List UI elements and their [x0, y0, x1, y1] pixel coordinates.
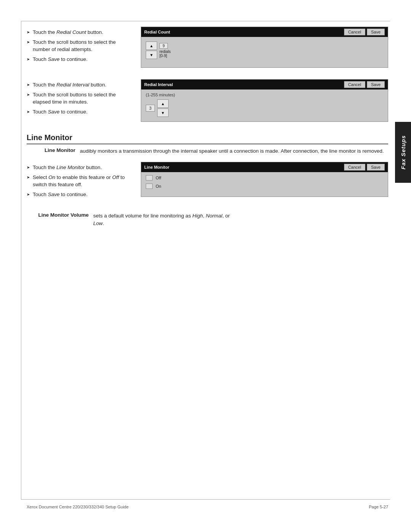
redial-count-section: Touch the Redial Count button. Touch the…	[27, 27, 388, 68]
line-monitor-cancel-button[interactable]: Cancel	[344, 164, 365, 171]
line-monitor-panel-wrapper: Line Monitor Cancel Save Off	[141, 162, 388, 197]
footer-right: Page 5-27	[369, 505, 388, 509]
redial-interval-sub: (1-255 minutes)	[146, 93, 383, 97]
redial-count-save-button[interactable]: Save	[367, 29, 385, 35]
redial-interval-arrows: ▲ ▼	[157, 99, 169, 117]
redial-interval-body: (1-255 minutes) 3 ▲ ▼	[141, 89, 388, 121]
redial-count-range: [0-9]	[159, 54, 170, 58]
redial-interval-save-button[interactable]: Save	[367, 81, 385, 88]
redial-count-title: Redial Count	[144, 30, 170, 34]
line-monitor-desc-label: Line Monitor	[27, 147, 80, 155]
redial-interval-up-button[interactable]: ▲	[157, 99, 169, 108]
redial-count-panel-wrapper: Redial Count Cancel Save ▲ ▼ 9	[141, 27, 388, 68]
redial-count-down-button[interactable]: ▼	[146, 51, 157, 59]
bullet-redial-interval-3: Touch Save to continue.	[27, 108, 133, 116]
line-monitor-off-option[interactable]: Off	[146, 175, 383, 181]
line-monitor-bullets: Touch the Line Monitor button. Select On…	[27, 162, 141, 200]
bullet-line-monitor-3: Touch Save to continue.	[27, 191, 133, 198]
redial-count-arrows: ▲ ▼	[146, 42, 157, 59]
footer: Xerox Document Centre 220/230/332/340 Se…	[27, 505, 388, 509]
fax-setups-label: Fax Setups	[400, 135, 406, 169]
line-monitor-description-row: Line Monitor audibly monitors a transmis…	[27, 147, 388, 155]
line-monitor-save-button[interactable]: Save	[367, 164, 385, 171]
bullet-redial-interval-1: Touch the Redial Interval button.	[27, 81, 133, 89]
redial-interval-header: Redial Interval Cancel Save	[141, 80, 388, 89]
redial-count-panel: Redial Count Cancel Save ▲ ▼ 9	[141, 27, 388, 68]
redial-count-up-button[interactable]: ▲	[146, 42, 157, 50]
line-monitor-off-label: Off	[156, 176, 161, 180]
redial-interval-header-buttons: Cancel Save	[344, 81, 385, 88]
line-monitor-desc-text: audibly monitors a transmission through …	[80, 147, 388, 155]
redial-count-info: 9 redials [0-9]	[159, 43, 170, 58]
line-monitor-volume-row: Line Monitor Volume sets a default volum…	[27, 212, 388, 228]
redial-interval-title: Redial Interval	[144, 82, 173, 87]
redial-interval-down-button[interactable]: ▼	[157, 109, 169, 117]
line-monitor-panel: Line Monitor Cancel Save Off	[141, 162, 388, 197]
line-monitor-section-title: Line Monitor	[27, 133, 72, 142]
bullet-redial-count-2: Touch the scroll buttons to select the n…	[27, 38, 133, 53]
main-content: Touch the Redial Count button. Touch the…	[27, 27, 388, 494]
redial-count-inner: ▲ ▼ 9 redials [0-9]	[146, 42, 383, 59]
redial-count-body: ▲ ▼ 9 redials [0-9]	[141, 37, 388, 67]
bullet-redial-count-1: Touch the Redial Count button.	[27, 29, 133, 36]
redial-interval-cancel-button[interactable]: Cancel	[344, 81, 365, 88]
redial-count-header-buttons: Cancel Save	[344, 29, 385, 35]
redial-count-bullets: Touch the Redial Count button. Touch the…	[27, 27, 141, 65]
line-monitor-on-checkbox[interactable]	[146, 184, 153, 189]
page-border-left	[21, 21, 21, 500]
line-monitor-panel-title: Line Monitor	[144, 165, 169, 169]
line-monitor-off-checkbox[interactable]	[146, 175, 153, 181]
page-border-bottom	[21, 499, 390, 500]
redial-interval-section: Touch the Redial Interval button. Touch …	[27, 79, 388, 122]
bullet-line-monitor-1: Touch the Line Monitor button.	[27, 164, 133, 171]
bullet-redial-count-3: Touch Save to continue.	[27, 56, 133, 63]
page-border-top	[21, 21, 390, 21]
redial-count-unit: redials	[159, 50, 170, 54]
line-monitor-header-buttons: Cancel Save	[344, 164, 385, 171]
line-monitor-on-option[interactable]: On	[146, 184, 383, 189]
redial-count-cancel-button[interactable]: Cancel	[344, 29, 365, 35]
redial-interval-panel-wrapper: Redial Interval Cancel Save (1-255 minut…	[141, 79, 388, 122]
bullet-redial-interval-2: Touch the scroll buttons to select the e…	[27, 91, 133, 106]
line-monitor-volume-label: Line Monitor Volume	[27, 212, 93, 228]
redial-interval-bullets: Touch the Redial Interval button. Touch …	[27, 79, 141, 118]
redial-interval-value: 3	[146, 105, 155, 112]
redial-interval-panel: Redial Interval Cancel Save (1-255 minut…	[141, 79, 388, 122]
line-monitor-section: Line Monitor Line Monitor audibly monito…	[27, 133, 388, 227]
redial-count-value: 9	[159, 43, 168, 49]
line-monitor-title-row: Line Monitor	[27, 133, 388, 144]
line-monitor-header: Line Monitor Cancel Save	[141, 162, 388, 172]
line-monitor-on-label: On	[156, 184, 161, 189]
line-monitor-volume-text: sets a default volume for line monitorin…	[93, 212, 388, 228]
redial-interval-row: 3 ▲ ▼	[146, 99, 383, 117]
fax-setups-tab: Fax Setups	[395, 122, 411, 183]
line-monitor-bullets-panel: Touch the Line Monitor button. Select On…	[27, 162, 388, 200]
bullet-line-monitor-2: Select On to enable this feature or Off …	[27, 174, 133, 189]
line-monitor-body: Off On	[141, 172, 388, 197]
footer-left: Xerox Document Centre 220/230/332/340 Se…	[27, 505, 129, 509]
redial-count-header: Redial Count Cancel Save	[141, 27, 388, 37]
